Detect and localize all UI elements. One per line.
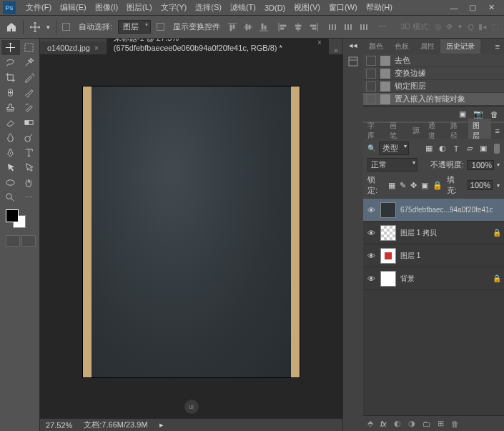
layer-row[interactable]: 👁675dfebfbaec...94a0f20fe41c [363, 199, 504, 222]
panel-collapse-icon[interactable]: ◂◂ [343, 41, 363, 49]
share-icon[interactable]: ⬚ [491, 22, 498, 31]
history-item[interactable]: 置入嵌入的智能对象 [363, 93, 504, 106]
opacity-input[interactable]: 100% [467, 160, 494, 170]
brush-tool[interactable] [20, 85, 39, 100]
tabs-overflow-icon[interactable]: » [330, 46, 342, 54]
move3d-icon[interactable]: ✦ [457, 22, 463, 31]
document-tab-2[interactable]: 未标题-1 @ 27.5% (675dfebfbaecee0e060b94a0f… [107, 39, 329, 54]
menu-filter[interactable]: 滤镜(T) [226, 2, 260, 13]
dodge-tool[interactable] [20, 130, 39, 145]
heal-tool[interactable] [1, 85, 20, 100]
screenmode-button[interactable] [21, 235, 36, 247]
panel-menu-icon[interactable]: ≡ [491, 127, 504, 135]
gradient-tool[interactable] [20, 115, 39, 130]
distribute-h2-icon[interactable] [342, 21, 355, 34]
distribute-h1-icon[interactable] [326, 21, 339, 34]
zoom-tool[interactable] [1, 190, 20, 205]
canvas[interactable] [83, 86, 300, 377]
menu-image[interactable]: 图像(I) [91, 2, 122, 13]
document-tab-1[interactable]: o1400zd.jpg× [40, 41, 106, 54]
orbit-icon[interactable]: ◎ [435, 22, 442, 31]
tab-history[interactable]: 历史记录 [440, 39, 480, 54]
hand-tool[interactable] [20, 175, 39, 190]
layer-fx-icon[interactable]: fx [380, 420, 387, 428]
align-vcenter-icon[interactable] [242, 21, 255, 34]
status-arrow-icon[interactable]: ▸ [159, 420, 164, 430]
tab-properties[interactable]: 属性 [415, 39, 440, 54]
visibility-icon[interactable]: 👁 [366, 274, 376, 283]
zoom-readout[interactable]: 27.52% [46, 421, 72, 430]
align-right-icon[interactable] [307, 21, 320, 34]
filter-toggle[interactable] [494, 144, 500, 154]
close-button[interactable]: ✕ [487, 4, 495, 12]
menu-layer[interactable]: 图层(L) [122, 2, 156, 13]
foreground-swatch[interactable] [6, 209, 19, 222]
lock-transparency-icon[interactable]: ▦ [388, 181, 395, 190]
menu-select[interactable]: 选择(S) [191, 2, 226, 13]
tab-color[interactable]: 颜色 [363, 39, 389, 54]
delete-layer-icon[interactable]: 🗑 [451, 420, 459, 428]
layer-mask-icon[interactable]: ◐ [394, 419, 401, 428]
lasso-tool[interactable] [1, 55, 20, 70]
showtransform-checkbox[interactable] [157, 23, 164, 31]
align-hcenter-icon[interactable] [292, 21, 305, 34]
history-camera-icon[interactable]: 📷 [473, 109, 483, 119]
filter-type-icon[interactable]: T [451, 144, 461, 154]
filter-shape-icon[interactable]: ▱ [465, 144, 475, 154]
menu-type[interactable]: 文字(Y) [157, 2, 192, 13]
distribute-h3-icon[interactable] [357, 21, 370, 34]
align-top-icon[interactable] [226, 21, 239, 34]
history-item[interactable]: 锁定图层 [363, 80, 504, 93]
fill-input[interactable]: 100% [468, 180, 493, 190]
layer-row[interactable]: 👁背景🔒 [363, 267, 504, 290]
layer-thumbnail[interactable] [380, 248, 396, 264]
layer-filter-select[interactable]: 类型 [379, 142, 409, 155]
edit-toolbar[interactable]: ⋯ [20, 190, 39, 205]
menu-view[interactable]: 视图(V) [290, 2, 325, 13]
menu-3d[interactable]: 3D(D) [260, 4, 290, 12]
autoselect-target-select[interactable]: 图层 [118, 20, 151, 34]
tab-close-icon[interactable]: × [317, 39, 322, 46]
blur-tool[interactable] [1, 130, 20, 145]
menu-file[interactable]: 文件(F) [21, 2, 56, 13]
filter-adjust-icon[interactable]: ◐ [438, 144, 448, 154]
stamp-tool[interactable] [1, 100, 20, 115]
visibility-icon[interactable]: 👁 [366, 206, 376, 214]
tab-clone[interactable]: 源 [408, 124, 424, 138]
autoselect-checkbox[interactable] [62, 23, 70, 31]
visibility-icon[interactable]: 👁 [366, 252, 376, 260]
align-left-icon[interactable] [276, 21, 289, 34]
move-tool[interactable] [1, 40, 20, 55]
lock-position-icon[interactable]: ✥ [410, 181, 417, 190]
new-layer-icon[interactable]: ⊞ [438, 419, 444, 428]
layer-thumbnail[interactable] [380, 225, 396, 241]
visibility-icon[interactable]: 👁 [366, 229, 376, 237]
direct-select-tool[interactable] [20, 160, 39, 175]
history-brush-tool[interactable] [20, 100, 39, 115]
marquee-tool[interactable] [20, 40, 39, 55]
layer-row[interactable]: 👁图层 1 [363, 244, 504, 267]
layer-thumbnail[interactable] [380, 202, 396, 218]
scale3d-icon[interactable]: Q [468, 23, 474, 31]
eraser-tool[interactable] [1, 115, 20, 130]
quickmask-button[interactable] [6, 235, 20, 247]
crop-tool[interactable] [1, 70, 20, 85]
history-snapshot-icon[interactable]: ▣ [459, 109, 466, 119]
type-tool[interactable] [20, 145, 39, 160]
doc-size-readout[interactable]: 文档:7.66M/23.9M [84, 420, 147, 430]
layer-group-icon[interactable]: 🗀 [423, 420, 430, 428]
pan3d-icon[interactable]: ✥ [446, 22, 453, 31]
wand-tool[interactable] [20, 55, 39, 70]
pen-tool[interactable] [1, 145, 20, 160]
tab-swatches[interactable]: 色板 [389, 39, 415, 54]
search-icon[interactable]: ▮◂ [478, 22, 487, 31]
panel-menu-icon[interactable]: ≡ [491, 42, 504, 51]
lock-artboard-icon[interactable]: ▣ [421, 181, 428, 190]
tab-close-icon[interactable]: × [94, 44, 99, 52]
eyedropper-tool[interactable] [20, 70, 39, 85]
menu-window[interactable]: 窗口(W) [325, 2, 362, 13]
strip-icon-1[interactable] [346, 54, 360, 69]
history-trash-icon[interactable]: 🗑 [490, 110, 498, 119]
menu-help[interactable]: 帮助(H) [362, 2, 397, 13]
history-item[interactable]: 去色 [363, 54, 504, 67]
